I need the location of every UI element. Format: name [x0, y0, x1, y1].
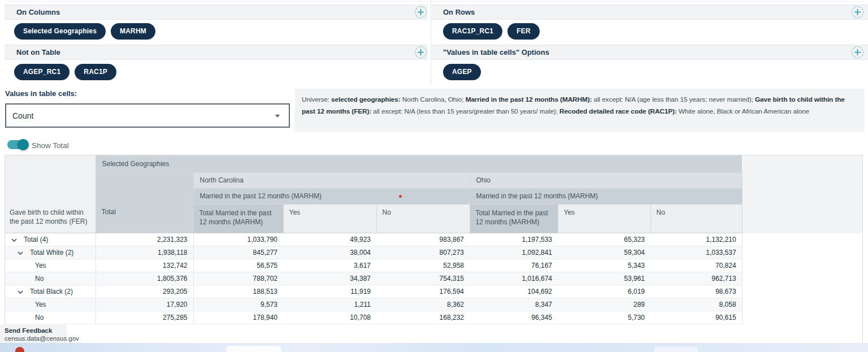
on-rows-title: On Rows — [443, 8, 475, 16]
table-cell-value: 49,923 — [283, 233, 376, 246]
variable-pill[interactable]: RAC1P — [75, 64, 116, 80]
table-cell-value: 962,713 — [650, 272, 742, 285]
table-cell-value: 289 — [558, 298, 650, 311]
table-cell-value: 1,033,790 — [193, 233, 283, 246]
table-cell-value: 2,231,323 — [96, 233, 193, 246]
values-in-table-cells-label: Values in table cells: — [5, 89, 77, 98]
table-cell-value: 9,573 — [193, 298, 283, 311]
selected-geographies-header: Selected Geographies — [96, 155, 742, 172]
feedback-email[interactable]: census.data@census.gov — [5, 334, 67, 342]
universe-variable-label: selected geographies: — [331, 95, 400, 103]
table-row: No275,285178,94010,708168,23296,3455,730… — [5, 311, 742, 324]
table-cell-value: 293,205 — [96, 285, 193, 298]
table-cell-value: 17,920 — [96, 298, 193, 311]
table-cell-value: 90,615 — [650, 311, 742, 324]
universe-text: all except: N/A (less than 15 years/grea… — [371, 107, 559, 115]
row-label: Total (4) — [24, 236, 48, 244]
not-on-table-pills: AGEP_RC1RAC1P — [14, 64, 116, 80]
variable-pill[interactable]: AGEP — [443, 64, 481, 80]
plus-icon — [854, 9, 861, 15]
marhm-header-label: Married in the past 12 months (MARHM) — [200, 192, 322, 200]
table-cell-value: 1,197,533 — [470, 233, 558, 246]
table-cell-value: 104,692 — [470, 285, 558, 298]
table-cell-value: 38,004 — [283, 246, 376, 259]
on-rows-pills: RAC1P_RC1FER — [443, 23, 540, 40]
collapse-chevron-icon[interactable] — [18, 249, 23, 257]
table-cell-value: 275,285 — [96, 311, 193, 324]
total-married-column-header-oh: Total Married in the past 12 months (MAR… — [470, 204, 558, 233]
show-total-toggle[interactable] — [7, 140, 28, 149]
table-cell-value: 59,304 — [558, 246, 650, 259]
total-column-header-spacer — [96, 172, 193, 204]
table-cell-value: 807,273 — [376, 246, 470, 259]
row-label: Yes — [35, 301, 46, 308]
chat-bubble-icon[interactable] — [15, 347, 24, 352]
universe-text: White alone, Black or African American a… — [677, 107, 809, 115]
table-cell-value: 1,092,841 — [470, 246, 558, 259]
table-row: No1,805,376788,70234,387754,3151,016,674… — [5, 272, 742, 285]
table-row: Total Black (2)293,205188,51311,919176,5… — [5, 285, 742, 298]
variable-pill[interactable]: AGEP_RC1 — [14, 64, 70, 80]
ohio-header: Ohio — [470, 172, 742, 188]
on-columns-pills: Selected GeographiesMARHM — [14, 23, 155, 40]
on-columns-bar: On Columns — [5, 5, 428, 20]
table-cell-value: 76,167 — [470, 259, 558, 272]
table-cell-value: 8,347 — [470, 298, 558, 311]
table-cell-value: 1,805,376 — [96, 272, 193, 285]
table-cell-value: 5,343 — [558, 259, 650, 272]
table-cell-value: 52,958 — [376, 259, 470, 272]
values-options-title: "Values in table cells" Options — [443, 48, 549, 57]
toggle-knob — [18, 139, 29, 150]
add-column-variable-button[interactable] — [415, 6, 427, 18]
variable-pill[interactable]: MARHM — [111, 23, 155, 40]
not-on-table-title: Not on Table — [16, 48, 60, 57]
no-column-header-oh: No — [650, 204, 742, 233]
top-divider — [5, 1, 863, 2]
table-cell-value: 178,940 — [193, 311, 283, 324]
table-cell-value: 132,742 — [96, 259, 193, 272]
universe-variable-label: Recoded detailed race code (RAC1P): — [559, 107, 677, 115]
bottom-bar — [0, 343, 868, 352]
data-table-container: Selected Geographies North Carolina Ohio… — [5, 155, 863, 343]
bottom-bar-pill-right — [654, 346, 698, 352]
table-cell-value: 56,575 — [193, 259, 283, 272]
show-total-label: Show Total — [32, 141, 69, 150]
total-column-header: Total — [96, 204, 193, 233]
table-cell-value: 96,345 — [470, 311, 558, 324]
table-cell-value: 11,919 — [283, 285, 376, 298]
values-options-pills: AGEP — [443, 64, 481, 80]
plus-icon — [854, 49, 861, 55]
values-options-bar: "Values in table cells" Options — [432, 45, 868, 60]
table-cell-value: 3,617 — [283, 259, 376, 272]
table-cell-value: 1,016,674 — [470, 272, 558, 285]
send-feedback-box[interactable]: Send Feedback census.data@census.gov — [0, 325, 67, 343]
north-carolina-header: North Carolina — [193, 172, 470, 188]
stub-header-empty — [5, 155, 96, 204]
red-dot-indicator — [399, 195, 402, 198]
table-row: Yes17,9209,5731,2118,3628,3472898,058 — [5, 298, 742, 311]
add-values-variable-button[interactable] — [852, 46, 863, 58]
values-dropdown[interactable]: Count — [5, 103, 290, 128]
table-cell-value: 98,673 — [650, 285, 742, 298]
marhm-header-oh: Married in the past 12 months (MARHM) — [470, 188, 742, 204]
variable-pill[interactable]: Selected Geographies — [14, 23, 106, 40]
variable-pill[interactable]: RAC1P_RC1 — [443, 23, 502, 40]
not-on-table-bar: Not on Table — [5, 45, 428, 60]
bottom-bar-pill — [226, 346, 281, 352]
table-cell-value: 188,513 — [193, 285, 283, 298]
table-cell-value: 34,387 — [283, 272, 376, 285]
add-row-variable-button[interactable] — [852, 6, 863, 18]
table-row: Total (4)2,231,3231,033,79049,923983,867… — [5, 233, 742, 246]
row-label: No — [35, 314, 44, 321]
add-not-on-table-variable-button[interactable] — [415, 46, 427, 58]
table-cell-value: 1,211 — [283, 298, 376, 311]
table-cell-value: 65,323 — [558, 233, 650, 246]
collapse-chevron-icon[interactable] — [18, 288, 23, 295]
universe-text: all except: N/A (age less than 15 years;… — [592, 95, 755, 103]
collapse-chevron-icon[interactable] — [11, 236, 17, 244]
table-cell-value: 1,938,118 — [96, 246, 193, 259]
row-label: Total Black (2) — [30, 288, 73, 295]
table-cell-value: 845,277 — [193, 246, 283, 259]
variable-pill[interactable]: FER — [507, 23, 540, 40]
table-cell-value: 70,824 — [650, 259, 742, 272]
